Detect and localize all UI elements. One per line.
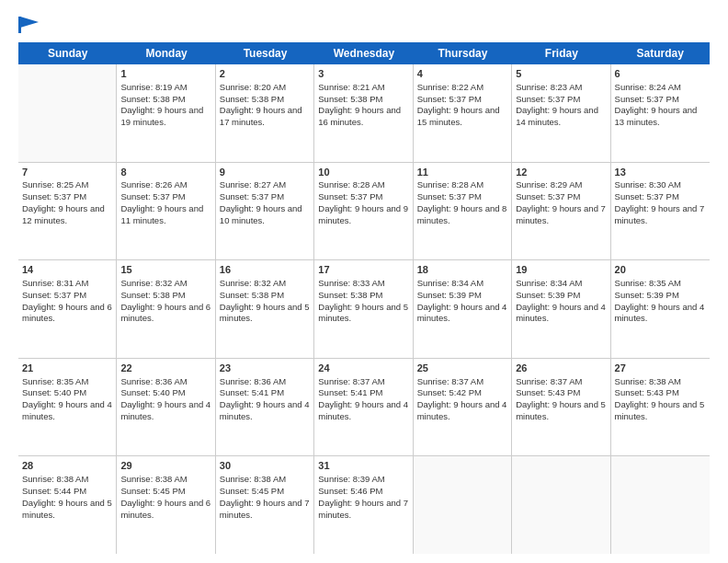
sunrise-text: Sunrise: 8:37 AM bbox=[516, 376, 582, 386]
header-day-thursday: Thursday bbox=[414, 42, 512, 64]
empty-cell bbox=[512, 456, 610, 554]
calendar-week-5: 28Sunrise: 8:38 AM Sunset: 5:44 PMDaylig… bbox=[18, 456, 710, 554]
calendar-week-4: 21Sunrise: 8:35 AM Sunset: 5:40 PMDaylig… bbox=[18, 359, 710, 457]
sunset-text: Sunset: 5:44 PM bbox=[22, 486, 86, 496]
sunset-text: Sunset: 5:39 PM bbox=[615, 290, 679, 300]
sunrise-text: Sunrise: 8:28 AM bbox=[318, 179, 384, 190]
sunrise-text: Sunrise: 8:38 AM bbox=[615, 376, 681, 386]
daylight-text: Daylight: 9 hours and 14 minutes. bbox=[516, 105, 598, 127]
sunset-text: Sunset: 5:37 PM bbox=[220, 191, 284, 201]
header-day-saturday: Saturday bbox=[611, 42, 710, 64]
daylight-text: Daylight: 9 hours and 9 minutes. bbox=[318, 203, 408, 225]
daylight-text: Daylight: 9 hours and 4 minutes. bbox=[22, 399, 112, 421]
sunset-text: Sunset: 5:37 PM bbox=[120, 191, 185, 201]
sunrise-text: Sunrise: 8:35 AM bbox=[22, 376, 88, 386]
day-number: 6 bbox=[615, 67, 706, 81]
day-cell-12: 12Sunrise: 8:29 AM Sunset: 5:37 PMDaylig… bbox=[512, 163, 610, 260]
day-number: 8 bbox=[120, 166, 210, 179]
day-number: 23 bbox=[220, 362, 310, 375]
sunrise-text: Sunrise: 8:20 AM bbox=[220, 82, 286, 92]
day-number: 31 bbox=[318, 459, 408, 473]
header-day-wednesday: Wednesday bbox=[314, 42, 413, 64]
sunrise-text: Sunrise: 8:34 AM bbox=[516, 278, 582, 288]
sunrise-text: Sunrise: 8:30 AM bbox=[615, 179, 681, 190]
sunrise-text: Sunrise: 8:21 AM bbox=[318, 82, 384, 92]
day-number: 29 bbox=[120, 459, 210, 473]
calendar-week-1: 1Sunrise: 8:19 AM Sunset: 5:38 PMDayligh… bbox=[18, 64, 710, 163]
sunset-text: Sunset: 5:45 PM bbox=[220, 486, 284, 496]
day-number: 5 bbox=[516, 67, 606, 81]
sunrise-text: Sunrise: 8:25 AM bbox=[22, 179, 88, 190]
empty-cell bbox=[611, 456, 710, 554]
daylight-text: Daylight: 9 hours and 7 minutes. bbox=[220, 498, 310, 520]
sunset-text: Sunset: 5:41 PM bbox=[318, 387, 382, 397]
sunrise-text: Sunrise: 8:23 AM bbox=[516, 82, 582, 92]
sunrise-text: Sunrise: 8:39 AM bbox=[318, 474, 384, 484]
day-cell-22: 22Sunrise: 8:36 AM Sunset: 5:40 PMDaylig… bbox=[117, 359, 215, 456]
sunset-text: Sunset: 5:38 PM bbox=[318, 94, 382, 104]
day-number: 18 bbox=[417, 263, 507, 277]
sunset-text: Sunset: 5:38 PM bbox=[220, 94, 284, 104]
sunset-text: Sunset: 5:37 PM bbox=[22, 290, 86, 300]
sunset-text: Sunset: 5:46 PM bbox=[318, 486, 382, 496]
daylight-text: Daylight: 9 hours and 4 minutes. bbox=[417, 399, 507, 421]
day-number: 4 bbox=[417, 67, 507, 81]
sunset-text: Sunset: 5:42 PM bbox=[417, 387, 482, 397]
header-day-sunday: Sunday bbox=[18, 42, 117, 64]
day-cell-25: 25Sunrise: 8:37 AM Sunset: 5:42 PMDaylig… bbox=[414, 359, 512, 456]
sunrise-text: Sunrise: 8:19 AM bbox=[120, 82, 187, 92]
sunrise-text: Sunrise: 8:35 AM bbox=[615, 278, 681, 288]
sunset-text: Sunset: 5:45 PM bbox=[120, 486, 185, 496]
day-cell-5: 5Sunrise: 8:23 AM Sunset: 5:37 PMDayligh… bbox=[512, 64, 610, 162]
daylight-text: Daylight: 9 hours and 4 minutes. bbox=[516, 302, 606, 324]
sunset-text: Sunset: 5:38 PM bbox=[318, 290, 382, 300]
day-cell-16: 16Sunrise: 8:32 AM Sunset: 5:38 PMDaylig… bbox=[216, 260, 314, 358]
sunset-text: Sunset: 5:39 PM bbox=[516, 290, 580, 300]
day-number: 10 bbox=[318, 166, 408, 179]
daylight-text: Daylight: 9 hours and 6 minutes. bbox=[120, 302, 210, 324]
day-number: 21 bbox=[22, 362, 112, 375]
sunset-text: Sunset: 5:37 PM bbox=[516, 191, 580, 201]
day-number: 19 bbox=[516, 263, 606, 277]
day-number: 16 bbox=[220, 263, 310, 277]
day-cell-26: 26Sunrise: 8:37 AM Sunset: 5:43 PMDaylig… bbox=[512, 359, 610, 456]
day-number: 7 bbox=[22, 166, 112, 179]
daylight-text: Daylight: 9 hours and 10 minutes. bbox=[220, 203, 302, 225]
sunrise-text: Sunrise: 8:29 AM bbox=[516, 179, 582, 190]
day-number: 1 bbox=[120, 67, 210, 81]
sunrise-text: Sunrise: 8:26 AM bbox=[120, 179, 187, 190]
day-cell-31: 31Sunrise: 8:39 AM Sunset: 5:46 PMDaylig… bbox=[314, 456, 413, 554]
day-number: 27 bbox=[615, 362, 706, 375]
header bbox=[18, 17, 710, 33]
sunset-text: Sunset: 5:41 PM bbox=[220, 387, 284, 397]
sunset-text: Sunset: 5:37 PM bbox=[318, 191, 382, 201]
day-cell-2: 2Sunrise: 8:20 AM Sunset: 5:38 PMDayligh… bbox=[216, 64, 314, 162]
day-cell-14: 14Sunrise: 8:31 AM Sunset: 5:37 PMDaylig… bbox=[18, 260, 117, 358]
sunrise-text: Sunrise: 8:31 AM bbox=[22, 278, 88, 288]
daylight-text: Daylight: 9 hours and 16 minutes. bbox=[318, 105, 401, 127]
daylight-text: Daylight: 9 hours and 5 minutes. bbox=[318, 302, 408, 324]
daylight-text: Daylight: 9 hours and 5 minutes. bbox=[22, 498, 112, 520]
day-number: 9 bbox=[220, 166, 310, 179]
daylight-text: Daylight: 9 hours and 4 minutes. bbox=[120, 399, 210, 421]
sunrise-text: Sunrise: 8:38 AM bbox=[120, 474, 187, 484]
daylight-text: Daylight: 9 hours and 4 minutes. bbox=[220, 399, 310, 421]
daylight-text: Daylight: 9 hours and 8 minutes. bbox=[417, 203, 507, 225]
day-cell-6: 6Sunrise: 8:24 AM Sunset: 5:37 PMDayligh… bbox=[611, 64, 710, 162]
header-day-tuesday: Tuesday bbox=[216, 42, 314, 64]
day-cell-11: 11Sunrise: 8:28 AM Sunset: 5:37 PMDaylig… bbox=[414, 163, 512, 260]
daylight-text: Daylight: 9 hours and 13 minutes. bbox=[615, 105, 698, 127]
day-cell-7: 7Sunrise: 8:25 AM Sunset: 5:37 PMDayligh… bbox=[18, 163, 117, 260]
sunset-text: Sunset: 5:37 PM bbox=[417, 191, 482, 201]
daylight-text: Daylight: 9 hours and 7 minutes. bbox=[516, 203, 606, 225]
day-cell-29: 29Sunrise: 8:38 AM Sunset: 5:45 PMDaylig… bbox=[117, 456, 215, 554]
empty-cell bbox=[414, 456, 512, 554]
daylight-text: Daylight: 9 hours and 5 minutes. bbox=[220, 302, 310, 324]
daylight-text: Daylight: 9 hours and 4 minutes. bbox=[318, 399, 408, 421]
day-cell-20: 20Sunrise: 8:35 AM Sunset: 5:39 PMDaylig… bbox=[611, 260, 710, 358]
daylight-text: Daylight: 9 hours and 7 minutes. bbox=[318, 498, 408, 520]
logo-text bbox=[18, 17, 39, 33]
day-number: 13 bbox=[615, 166, 706, 179]
day-cell-10: 10Sunrise: 8:28 AM Sunset: 5:37 PMDaylig… bbox=[314, 163, 413, 260]
day-cell-28: 28Sunrise: 8:38 AM Sunset: 5:44 PMDaylig… bbox=[18, 456, 117, 554]
